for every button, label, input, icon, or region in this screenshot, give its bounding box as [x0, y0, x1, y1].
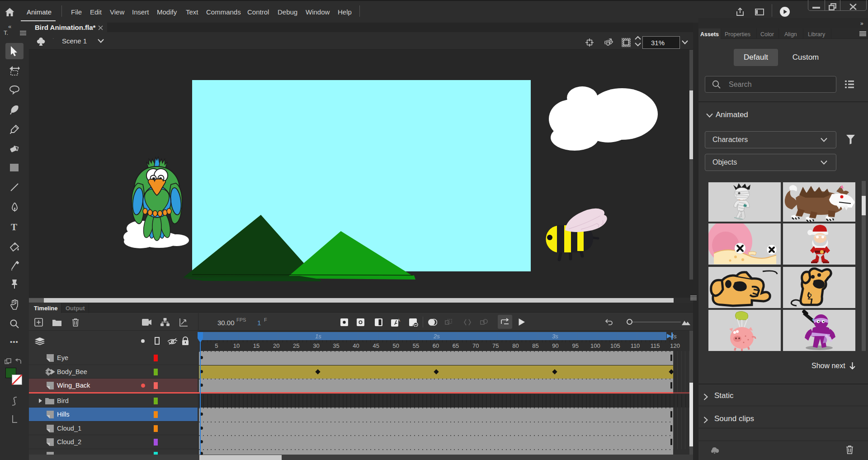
svg-text:2: 2	[807, 292, 812, 301]
svg-text:A: A	[397, 318, 400, 322]
